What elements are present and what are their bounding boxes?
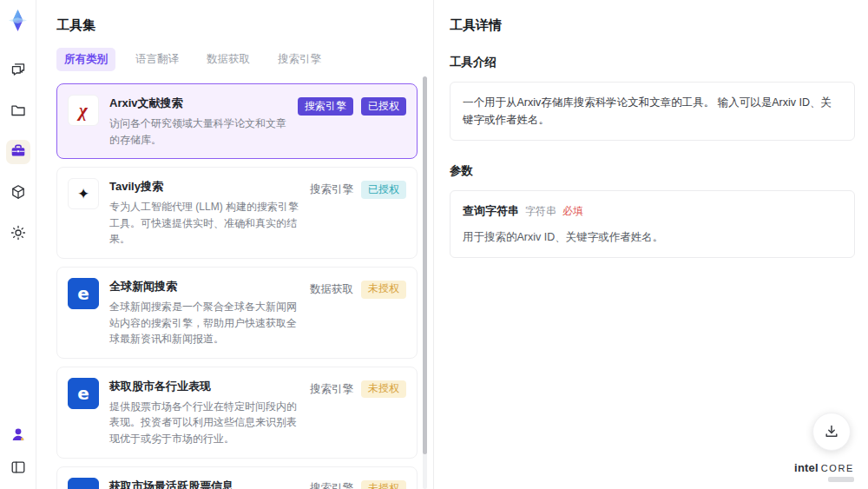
tool-description: 访问各个研究领域大量科学论文和文章的存储库。	[109, 116, 287, 148]
active-stocks-logo-box: e	[68, 478, 99, 489]
tool-description: 全球新闻搜索是一个聚合全球各大新闻网站内容的搜索引擎，帮助用户快速获取全球最新资…	[109, 299, 299, 347]
cube-icon	[10, 183, 27, 203]
globe-news-logo: e	[77, 285, 89, 302]
stock-sector-logo-box: e	[68, 378, 99, 409]
rail-button-briefcase[interactable]	[6, 140, 30, 164]
tool-list-item[interactable]: ✦ Tavily搜索 专为人工智能代理 (LLM) 构建的搜索引擎工具。可快速提…	[56, 167, 418, 259]
tool-category: 搜索引擎	[310, 382, 353, 397]
rail-button-cube[interactable]	[6, 181, 30, 205]
globe-news-logo-box: e	[68, 278, 99, 309]
param-required-badge: 必填	[562, 203, 583, 220]
intro-text: 一个用于从Arxiv存储库搜索科学论文和文章的工具。 输入可以是Arxiv ID…	[463, 96, 832, 126]
rail-button-chat[interactable]	[6, 58, 30, 83]
tavily-logo: ✦	[77, 187, 89, 202]
tool-name: Arxiv文献搜索	[109, 96, 287, 111]
cpu-sub-badge	[828, 477, 854, 482]
tool-list-item[interactable]: e 获取股市各行业表现 提供股票市场各个行业在特定时间段内的表现。投资者可以利用…	[56, 367, 418, 459]
core-brand-text: CORE	[821, 463, 854, 473]
params-heading: 参数	[450, 163, 855, 179]
scrollbar-thumb[interactable]	[423, 76, 427, 454]
tool-description: 提供股票市场各个行业在特定时间段内的表现。投资者可以利用这些信息来识别表现优于或…	[109, 399, 299, 447]
folder-icon	[10, 102, 27, 122]
tool-list-panel: 工具集 所有类别语言翻译数据获取搜索引擎 χ Arxiv文献搜索 访问各个研究领…	[36, 0, 434, 489]
tool-auth-badge: 未授权	[361, 380, 406, 399]
collapse-panel-icon	[10, 459, 27, 479]
page-title: 工具集	[56, 17, 433, 34]
stock-sector-logo: e	[77, 385, 89, 402]
intro-heading: 工具介绍	[450, 55, 855, 70]
tab-1[interactable]: 语言翻译	[128, 48, 187, 71]
tool-auth-badge: 未授权	[361, 281, 406, 299]
tool-list-item[interactable]: e 全球新闻搜索 全球新闻搜索是一个聚合全球各大新闻网站内容的搜索引擎，帮助用户…	[56, 267, 418, 359]
tab-0[interactable]: 所有类别	[56, 48, 115, 71]
scrollbar-track	[423, 76, 427, 489]
tool-category: 搜索引擎	[310, 182, 353, 197]
param-type: 字符串	[525, 203, 556, 220]
param-description: 用于搜索的Arxiv ID、关键字或作者姓名。	[463, 228, 842, 246]
intro-box: 一个用于从Arxiv存储库搜索科学论文和文章的工具。 输入可以是Arxiv ID…	[450, 82, 855, 141]
active-stocks-logo: e	[77, 485, 89, 489]
tool-category: 搜索引擎	[310, 481, 353, 489]
tool-description: 专为人工智能代理 (LLM) 构建的搜索引擎工具。可快速提供实时、准确和真实的结…	[109, 199, 299, 248]
tavily-logo-box: ✦	[68, 178, 99, 209]
tool-category: 数据获取	[310, 282, 353, 297]
param-header: 查询字符串 字符串 必填	[463, 202, 842, 221]
rail-button-avatar[interactable]	[6, 423, 30, 447]
rail-button-collapse-panel[interactable]	[6, 456, 30, 480]
param-name: 查询字符串	[463, 202, 519, 221]
param-box: 查询字符串 字符串 必填 用于搜索的Arxiv ID、关键字或作者姓名。	[450, 190, 855, 258]
briefcase-icon	[10, 142, 27, 162]
intel-brand-text: intel	[794, 461, 819, 474]
rail-button-gear[interactable]	[6, 221, 30, 246]
tool-details-panel: 工具详情 工具介绍 一个用于从Arxiv存储库搜索科学论文和文章的工具。 输入可…	[434, 0, 868, 489]
rail-button-folder[interactable]	[6, 99, 30, 123]
rail-bottom	[6, 423, 30, 480]
gem-logo	[6, 9, 30, 32]
details-title: 工具详情	[450, 17, 855, 34]
avatar-icon	[10, 426, 27, 446]
tab-2[interactable]: 数据获取	[199, 48, 258, 71]
category-tabs: 所有类别语言翻译数据获取搜索引擎	[56, 48, 433, 71]
download-icon	[823, 423, 840, 440]
tool-auth-badge: 已授权	[361, 97, 406, 116]
tool-name: 全球新闻搜索	[109, 279, 299, 294]
tool-list-item[interactable]: e 获取市场最活跃股票信息 提供当天交易量最高的股票列表。投资者可以利用这些信息…	[56, 466, 418, 489]
tool-category: 搜索引擎	[298, 97, 353, 116]
tool-name: Tavily搜索	[109, 179, 299, 195]
tool-list: χ Arxiv文献搜索 访问各个研究领域大量科学论文和文章的存储库。 搜索引擎 …	[56, 83, 433, 489]
left-rail	[0, 0, 36, 489]
tool-auth-badge: 已授权	[361, 181, 406, 199]
tab-3[interactable]: 搜索引擎	[270, 48, 329, 71]
intel-core-badge: intelCORE	[794, 461, 854, 482]
tool-auth-badge: 未授权	[361, 480, 406, 489]
chat-icon	[10, 61, 27, 81]
download-button[interactable]	[812, 413, 851, 451]
arxiv-logo: χ	[79, 102, 88, 120]
gear-icon	[10, 224, 27, 244]
rail-nav	[6, 58, 30, 246]
arxiv-logo-box: χ	[68, 95, 99, 126]
tool-name: 获取股市各行业表现	[109, 379, 299, 394]
tool-name: 获取市场最活跃股票信息	[109, 479, 299, 489]
app-logo	[6, 9, 30, 32]
tool-list-item[interactable]: χ Arxiv文献搜索 访问各个研究领域大量科学论文和文章的存储库。 搜索引擎 …	[56, 83, 418, 159]
